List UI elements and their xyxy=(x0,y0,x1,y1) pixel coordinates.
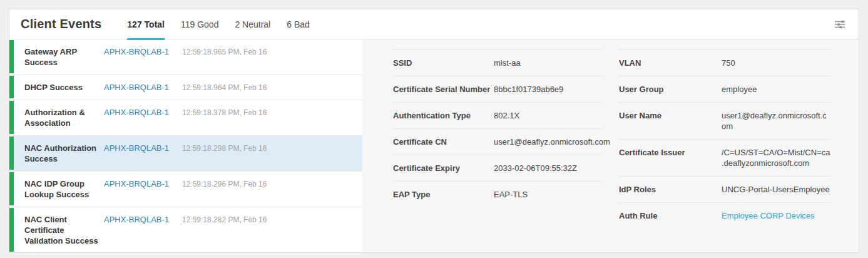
event-row-nac-idp-group[interactable]: NAC IDP Group Lookup Success APHX-BRQLAB… xyxy=(9,172,362,207)
detail-row-user-group: User Group employee xyxy=(619,76,830,102)
detail-label: Certificate Expiry xyxy=(393,163,494,173)
status-bar-good xyxy=(9,137,14,170)
event-name: NAC Client Certificate Validation Succes… xyxy=(24,214,104,246)
event-name: Authorization & Association xyxy=(24,107,104,128)
event-row-authorization[interactable]: Authorization & Association APHX-BRQLAB-… xyxy=(9,100,362,136)
sliders-icon xyxy=(834,20,845,29)
detail-row-auth-rule: Auth Rule Employee CORP Devices xyxy=(619,202,830,229)
detail-row-idp-roles: IdP Roles UNCG-Portal-UsersEmployee xyxy=(619,176,830,202)
detail-label: VLAN xyxy=(619,58,722,68)
status-bar-good xyxy=(9,76,14,98)
status-bar-good xyxy=(9,40,14,73)
detail-row-user-name: User Name user1@deaflyz.onmicrosoft.com xyxy=(619,102,830,139)
ap-link[interactable]: APHX-BRQLAB-1 xyxy=(104,178,182,189)
detail-row-eap-type: EAP Type EAP-TLS xyxy=(393,181,601,207)
event-timestamp: 12:59:18.964 PM, Feb 16 xyxy=(182,82,267,93)
event-name: Gateway ARP Success xyxy=(24,46,104,68)
detail-row-cert-expiry: Certificate Expiry 2033-02-06T09:55:32Z xyxy=(393,155,601,181)
event-list: Gateway ARP Success APHX-BRQLAB-1 12:59:… xyxy=(9,39,362,253)
detail-row-cert-issuer: Certificate Issuer /C=US/ST=CA/O=Mist/CN… xyxy=(619,139,830,176)
detail-value: 750 xyxy=(722,58,830,68)
event-name: DHCP Success xyxy=(24,82,104,93)
panel-body: Gateway ARP Success APHX-BRQLAB-1 12:59:… xyxy=(9,39,859,253)
detail-label: Certificate CN xyxy=(393,137,494,147)
tab-total[interactable]: 127 Total xyxy=(119,9,173,39)
detail-value: /C=US/ST=CA/O=Mist/CN=ca.deaflyzonmicros… xyxy=(722,147,830,168)
ap-link[interactable]: APHX-BRQLAB-1 xyxy=(104,214,182,225)
detail-label: IdP Roles xyxy=(619,184,722,195)
detail-value: EAP-TLS xyxy=(494,189,601,200)
details-column-right: VLAN 750 User Group employee User Name u… xyxy=(619,49,830,229)
tab-bad[interactable]: 6 Bad xyxy=(278,9,318,39)
detail-value: user1@deaflyz.onmicrosoft.com xyxy=(722,110,830,132)
event-row-gateway-arp[interactable]: Gateway ARP Success APHX-BRQLAB-1 12:59:… xyxy=(9,39,362,75)
event-timestamp: 12:59:18.298 PM, Feb 16 xyxy=(182,143,267,153)
auth-rule-link[interactable]: Employee CORP Devices xyxy=(722,210,830,221)
detail-value: 8bbc1f01739ab6e9 xyxy=(494,84,601,95)
detail-value: 802.1X xyxy=(494,110,601,121)
event-name: NAC Authorization Success xyxy=(24,143,104,164)
detail-row-ssid: SSID mist-aa xyxy=(393,49,601,76)
ap-link[interactable]: APHX-BRQLAB-1 xyxy=(104,143,182,153)
page-title: Client Events xyxy=(21,17,101,31)
filter-settings-button[interactable] xyxy=(832,18,847,31)
detail-label: User Group xyxy=(619,84,722,95)
event-timestamp: 12:59:18.282 PM, Feb 16 xyxy=(182,214,267,225)
detail-value: 2033-02-06T09:55:32Z xyxy=(494,163,601,173)
detail-label: Authentication Type xyxy=(393,110,494,121)
details-column-left: SSID mist-aa Certificate Serial Number 8… xyxy=(393,49,601,207)
detail-value: UNCG-Portal-UsersEmployee xyxy=(722,184,830,195)
tab-neutral[interactable]: 2 Neutral xyxy=(227,9,278,39)
event-details-panel: SSID mist-aa Certificate Serial Number 8… xyxy=(362,39,859,253)
event-timestamp: 12:59:18.378 PM, Feb 16 xyxy=(182,107,267,118)
detail-row-vlan: VLAN 750 xyxy=(619,49,830,76)
detail-label: Auth Rule xyxy=(619,210,722,221)
event-row-nac-client-cert[interactable]: NAC Client Certificate Validation Succes… xyxy=(9,207,362,253)
detail-label: Certificate Serial Number xyxy=(393,84,494,95)
status-bar-good xyxy=(9,101,14,134)
ap-link[interactable]: APHX-BRQLAB-1 xyxy=(104,46,182,57)
ap-link[interactable]: APHX-BRQLAB-1 xyxy=(104,82,182,93)
ap-link[interactable]: APHX-BRQLAB-1 xyxy=(104,107,182,118)
detail-value: employee xyxy=(722,84,830,95)
detail-label: EAP Type xyxy=(393,189,494,200)
status-bar-good xyxy=(9,172,14,205)
status-bar-good xyxy=(9,208,14,252)
detail-row-cert-cn: Certificate CN user1@deaflyz.onmicrosoft… xyxy=(393,128,601,155)
event-name: NAC IDP Group Lookup Success xyxy=(24,178,104,200)
detail-label: Certificate Issuer xyxy=(619,147,722,168)
event-timestamp: 12:59:18.296 PM, Feb 16 xyxy=(182,178,267,189)
detail-value: mist-aa xyxy=(494,58,601,68)
detail-row-auth-type: Authentication Type 802.1X xyxy=(393,102,601,128)
event-timestamp: 12:59:18.965 PM, Feb 16 xyxy=(182,46,267,57)
client-events-panel: Client Events 127 Total 119 Good 2 Neutr… xyxy=(9,9,859,253)
event-row-nac-authorization-selected[interactable]: NAC Authorization Success APHX-BRQLAB-1 … xyxy=(9,136,362,172)
detail-value: user1@deaflyz.onmicrosoft.com xyxy=(494,137,610,147)
detail-label: SSID xyxy=(393,58,494,68)
event-row-dhcp[interactable]: DHCP Success APHX-BRQLAB-1 12:59:18.964 … xyxy=(9,75,362,100)
tab-good[interactable]: 119 Good xyxy=(173,9,227,39)
detail-label: User Name xyxy=(619,110,722,132)
detail-row-cert-serial: Certificate Serial Number 8bbc1f01739ab6… xyxy=(393,76,601,102)
panel-header: Client Events 127 Total 119 Good 2 Neutr… xyxy=(9,9,859,39)
event-filter-tabs: 127 Total 119 Good 2 Neutral 6 Bad xyxy=(119,9,318,39)
